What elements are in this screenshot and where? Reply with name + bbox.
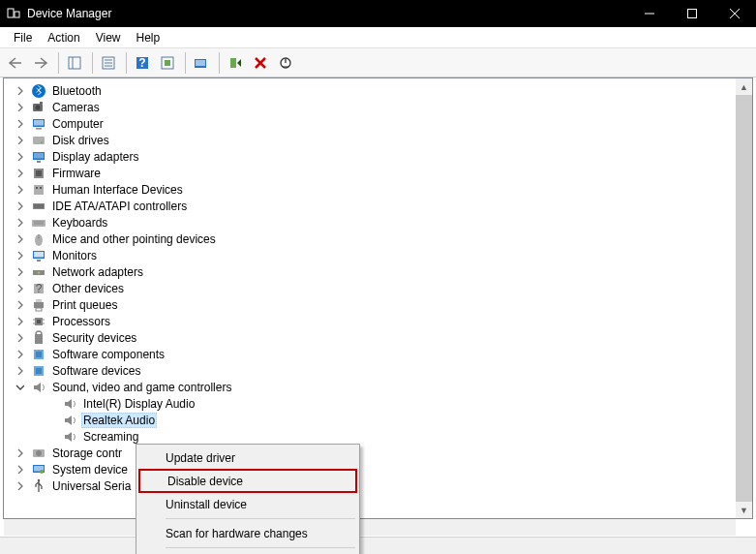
chevron-right-icon[interactable] — [14, 151, 25, 163]
tree-node-category[interactable]: ?Other devices — [4, 280, 752, 296]
firmware-icon — [31, 166, 46, 181]
menu-view[interactable]: View — [88, 29, 129, 46]
tree-node-category[interactable]: Keyboards — [4, 214, 752, 231]
svg-rect-6 — [69, 57, 80, 69]
chevron-right-icon[interactable] — [14, 480, 25, 492]
chevron-right-icon[interactable] — [14, 85, 25, 97]
chevron-right-icon[interactable] — [14, 365, 25, 377]
menu-help[interactable]: Help — [129, 29, 168, 46]
display-icon — [31, 149, 46, 165]
camera-icon — [31, 100, 46, 115]
tree-node-category[interactable]: System device — [4, 461, 752, 477]
scroll-down-button[interactable]: ▼ — [736, 502, 752, 518]
tree-node-label: Security devices — [50, 331, 138, 345]
scan-hardware-button[interactable] — [190, 51, 213, 75]
uninstall-button[interactable] — [249, 51, 272, 75]
chevron-right-icon[interactable] — [14, 118, 25, 130]
chevron-right-icon[interactable] — [14, 168, 25, 179]
chevron-down-icon[interactable] — [14, 382, 25, 393]
close-button[interactable] — [713, 0, 756, 27]
statusbar — [0, 537, 756, 554]
tree-node-category[interactable]: Network adapters — [4, 263, 752, 280]
context-menu-item[interactable]: Scan for hardware changes — [138, 522, 357, 544]
tree-node-category[interactable]: Monitors — [4, 247, 752, 263]
tree-node-category[interactable]: Universal Seria — [4, 477, 752, 494]
toolbar: ? — [0, 48, 756, 77]
menu-action[interactable]: Action — [40, 29, 87, 46]
tree-node-label: Cameras — [50, 101, 102, 114]
bluetooth-icon — [31, 83, 46, 99]
maximize-button[interactable] — [671, 0, 713, 27]
menu-file[interactable]: File — [6, 29, 40, 46]
chevron-right-icon[interactable] — [14, 283, 25, 294]
tree-node-category[interactable]: Processors — [4, 313, 752, 329]
tree-node-label: Software devices — [50, 364, 142, 378]
show-console-tree-button[interactable] — [63, 51, 86, 75]
tree-node-category[interactable]: Cameras — [4, 99, 752, 115]
chevron-right-icon[interactable] — [14, 464, 25, 476]
tree-node-category[interactable]: Firmware — [4, 165, 752, 181]
disable-device-button[interactable] — [274, 51, 297, 75]
speaker-icon — [62, 413, 77, 428]
device-tree[interactable]: BluetoothCamerasComputerDisk drivesDispl… — [3, 77, 753, 519]
chevron-right-icon[interactable] — [14, 217, 25, 229]
help-button[interactable]: ? — [131, 51, 154, 75]
context-menu-item[interactable]: Uninstall device — [138, 493, 357, 515]
titlebar: Device Manager — [0, 0, 756, 27]
chevron-right-icon[interactable] — [14, 332, 25, 344]
vertical-scrollbar[interactable]: ▲ ▼ — [736, 78, 752, 518]
chevron-right-icon[interactable] — [14, 316, 25, 327]
minimize-button[interactable] — [628, 0, 671, 27]
context-menu-item[interactable]: Disable device — [138, 469, 357, 493]
forward-button[interactable] — [29, 51, 52, 75]
tree-node-category[interactable]: Software devices — [4, 362, 752, 379]
tree-node-device[interactable]: Realtek Audio — [4, 412, 752, 428]
speaker-icon — [62, 429, 77, 445]
sound-icon — [31, 380, 46, 395]
tree-node-label: IDE ATA/ATAPI controllers — [50, 200, 189, 213]
chevron-right-icon[interactable] — [14, 299, 25, 311]
tree-node-category[interactable]: Software components — [4, 346, 752, 362]
tree-node-label: Software components — [50, 348, 166, 361]
tree-node-category[interactable]: Print queues — [4, 296, 752, 313]
properties-button[interactable] — [97, 51, 120, 75]
chevron-right-icon[interactable] — [14, 266, 25, 278]
tree-node-category[interactable]: Human Interface Devices — [4, 181, 752, 198]
chevron-right-icon[interactable] — [14, 200, 25, 212]
update-driver-button[interactable] — [156, 51, 179, 75]
context-menu-item[interactable]: Update driver — [138, 446, 357, 469]
tree-node-category[interactable]: Display adapters — [4, 148, 752, 165]
toolbar-separator — [126, 52, 127, 74]
software-icon — [31, 347, 46, 362]
back-button[interactable] — [4, 51, 27, 75]
tree-node-category[interactable]: IDE ATA/ATAPI controllers — [4, 198, 752, 214]
tree-node-category[interactable]: Sound, video and game controllers — [4, 379, 752, 395]
usb-icon — [31, 478, 46, 494]
hid-icon — [31, 182, 46, 198]
chevron-right-icon[interactable] — [14, 184, 25, 196]
tree-node-device[interactable]: Screaming — [4, 428, 752, 445]
tree-node-category[interactable]: Disk drives — [4, 132, 752, 148]
toolbar-separator — [219, 52, 220, 74]
chevron-right-icon[interactable] — [14, 250, 25, 262]
svg-rect-55 — [34, 302, 44, 308]
tree-node-category[interactable]: Bluetooth — [4, 82, 752, 99]
horizontal-scrollbar[interactable] — [4, 519, 736, 536]
tree-node-label: Network adapters — [50, 265, 145, 279]
chevron-right-icon[interactable] — [14, 233, 25, 245]
scroll-up-button[interactable]: ▲ — [736, 78, 752, 95]
svg-rect-28 — [36, 128, 42, 130]
chevron-right-icon[interactable] — [14, 135, 25, 146]
enable-device-button[interactable] — [224, 51, 247, 75]
chevron-right-icon[interactable] — [14, 102, 25, 113]
scroll-thumb[interactable] — [736, 95, 752, 502]
tree-node-category[interactable]: Security devices — [4, 329, 752, 346]
chevron-right-icon[interactable] — [14, 447, 25, 459]
computer-icon — [31, 116, 46, 132]
tree-node-category[interactable]: Mice and other pointing devices — [4, 231, 752, 247]
tree-node-category[interactable]: Computer — [4, 115, 752, 132]
tree-node-category[interactable]: Storage contr — [4, 445, 752, 461]
svg-rect-17 — [196, 60, 205, 66]
chevron-right-icon[interactable] — [14, 349, 25, 360]
tree-node-device[interactable]: Intel(R) Display Audio — [4, 395, 752, 412]
